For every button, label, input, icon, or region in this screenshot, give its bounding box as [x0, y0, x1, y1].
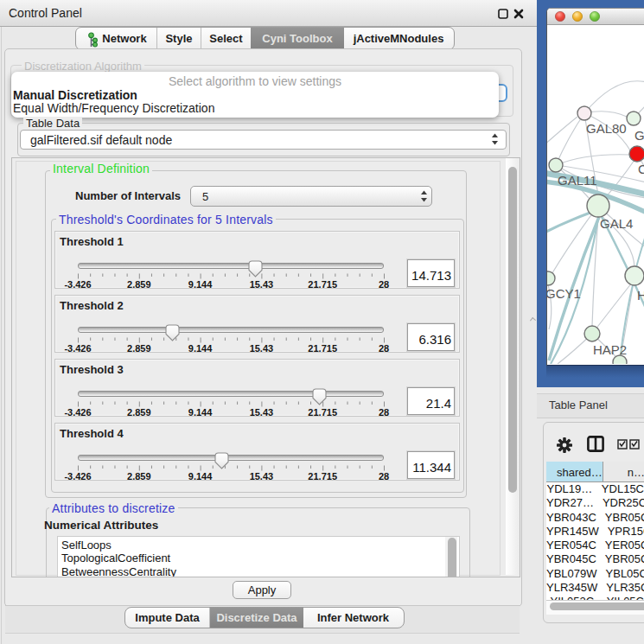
svg-text:GCY1: GCY1 [547, 286, 581, 301]
svg-text:GAL80: GAL80 [586, 121, 627, 136]
svg-text:GAL4: GAL4 [600, 216, 633, 231]
svg-text:HI: HI [637, 288, 644, 303]
svg-text:GAL…: GAL… [634, 128, 644, 143]
svg-text:GAL11: GAL11 [558, 173, 597, 188]
svg-text:C: C [638, 162, 644, 176]
svg-text:HAP2: HAP2 [593, 342, 627, 357]
